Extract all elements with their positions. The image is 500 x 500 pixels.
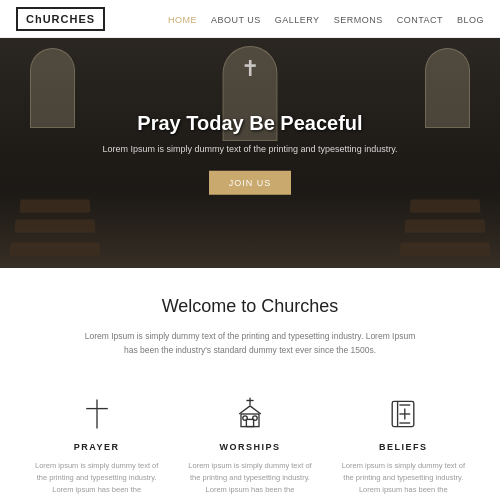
prayer-title: PRAYER [32, 442, 162, 452]
worships-text: Lorem ipsum is simply dummy text of the … [185, 460, 315, 496]
beliefs-title: BELIEFS [338, 442, 468, 452]
nav-item-contact[interactable]: CONTACT [397, 12, 443, 26]
header: ChURCHES HOME ABOUT US GALLERY SERMONS C… [0, 0, 500, 38]
feature-worships: WORSHIPS Lorem ipsum is simply dummy tex… [185, 394, 315, 496]
nav-item-blog[interactable]: BLOG [457, 12, 484, 26]
beliefs-icon [338, 394, 468, 434]
pew [399, 242, 490, 255]
cross-svg [79, 396, 115, 432]
prayer-icon [32, 394, 162, 434]
feature-beliefs: BELIEFS Lorem ipsum is simply dummy text… [338, 394, 468, 496]
hero-title: Pray Today Be Peaceful [90, 112, 410, 135]
pew [410, 199, 481, 212]
welcome-text: Lorem Ipsum is simply dummy text of the … [80, 329, 420, 358]
feature-prayer: PRAYER Lorem ipsum is simply dummy text … [32, 394, 162, 496]
svg-rect-5 [246, 419, 253, 426]
pew [405, 219, 486, 232]
nav-item-sermons[interactable]: SERMONS [334, 12, 383, 26]
cross-icon [241, 56, 259, 82]
worships-icon [185, 394, 315, 434]
pew [20, 199, 91, 212]
beliefs-text: Lorem ipsum is simply dummy text of the … [338, 460, 468, 496]
welcome-section: Welcome to Churches Lorem Ipsum is simpl… [0, 268, 500, 374]
worships-title: WORSHIPS [185, 442, 315, 452]
nav-link-blog[interactable]: BLOG [457, 15, 484, 25]
hero-section: Pray Today Be Peaceful Lorem Ipsum is si… [0, 38, 500, 268]
features-section: PRAYER Lorem ipsum is simply dummy text … [0, 374, 500, 500]
join-us-button[interactable]: JOIN US [209, 170, 292, 194]
svg-rect-7 [253, 416, 258, 421]
nav-item-gallery[interactable]: GALLERY [275, 12, 320, 26]
nav-item-home[interactable]: HOME [168, 12, 197, 26]
hero-content: Pray Today Be Peaceful Lorem Ipsum is si… [90, 112, 410, 195]
nav-link-contact[interactable]: CONTACT [397, 15, 443, 25]
nav-link-sermons[interactable]: SERMONS [334, 15, 383, 25]
nav-item-about[interactable]: ABOUT US [211, 12, 261, 26]
hero-subtitle: Lorem Ipsum is simply dummy text of the … [90, 143, 410, 157]
nav-link-home[interactable]: HOME [168, 15, 197, 25]
prayer-text: Lorem ipsum is simply dummy text of the … [32, 460, 162, 496]
pew [15, 219, 96, 232]
nav: HOME ABOUT US GALLERY SERMONS CONTACT BL… [168, 12, 484, 26]
welcome-title: Welcome to Churches [40, 296, 460, 317]
window-left [30, 48, 75, 128]
nav-link-gallery[interactable]: GALLERY [275, 15, 320, 25]
book-svg [385, 396, 421, 432]
svg-rect-6 [243, 416, 248, 421]
church-svg [232, 396, 268, 432]
pew [9, 242, 100, 255]
window-right [425, 48, 470, 128]
logo[interactable]: ChURCHES [16, 7, 105, 31]
nav-list: HOME ABOUT US GALLERY SERMONS CONTACT BL… [168, 12, 484, 26]
nav-link-about[interactable]: ABOUT US [211, 15, 261, 25]
